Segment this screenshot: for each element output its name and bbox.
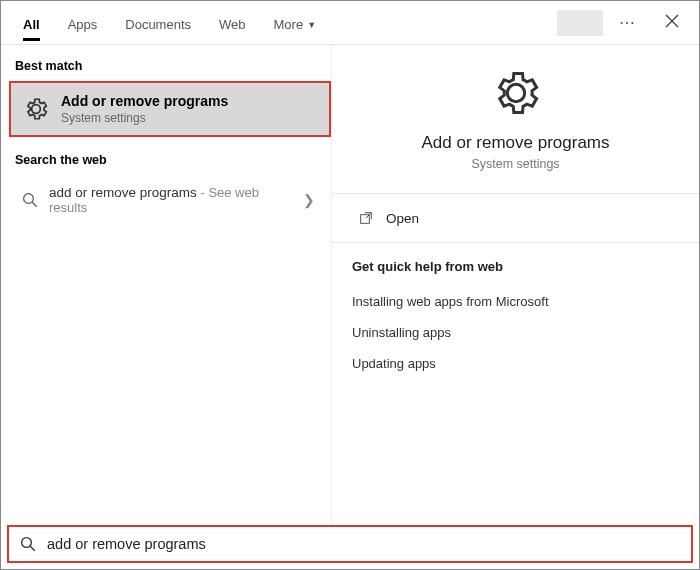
quick-help-label: Get quick help from web xyxy=(352,243,679,286)
results-pane: Best match Add or remove programs System… xyxy=(1,45,331,523)
svg-line-4 xyxy=(30,546,35,551)
search-bar[interactable] xyxy=(7,525,693,563)
best-match-label: Best match xyxy=(9,57,331,81)
open-icon xyxy=(358,210,374,226)
search-web-label: Search the web xyxy=(9,151,331,175)
gear-icon xyxy=(490,67,542,119)
tab-all[interactable]: All xyxy=(9,5,54,40)
tab-documents[interactable]: Documents xyxy=(111,5,205,40)
svg-point-0 xyxy=(24,194,34,204)
quick-link-uninstall[interactable]: Uninstalling apps xyxy=(352,317,679,348)
best-match-subtitle: System settings xyxy=(61,111,228,125)
tab-apps[interactable]: Apps xyxy=(54,5,112,40)
account-placeholder[interactable] xyxy=(557,10,603,36)
close-icon xyxy=(665,14,679,28)
svg-line-1 xyxy=(32,202,37,207)
search-icon xyxy=(19,535,37,553)
tab-more-label: More xyxy=(274,17,304,32)
gear-icon xyxy=(23,96,49,122)
quick-link-update[interactable]: Updating apps xyxy=(352,348,679,379)
quick-link-install[interactable]: Installing web apps from Microsoft xyxy=(352,286,679,317)
search-header: All Apps Documents Web More ▼ ⋯ xyxy=(1,1,699,45)
web-result-text: add or remove programs - See web results xyxy=(49,185,293,215)
web-result-item[interactable]: add or remove programs - See web results… xyxy=(9,175,331,225)
close-button[interactable] xyxy=(653,8,691,38)
search-input[interactable] xyxy=(47,536,681,552)
tab-more[interactable]: More ▼ xyxy=(260,5,331,40)
search-icon xyxy=(21,191,39,209)
detail-subtitle: System settings xyxy=(352,157,679,171)
best-match-title: Add or remove programs xyxy=(61,93,228,109)
detail-pane: Add or remove programs System settings O… xyxy=(331,45,699,523)
open-label: Open xyxy=(386,211,419,226)
more-options-button[interactable]: ⋯ xyxy=(611,7,645,38)
detail-icon-wrap xyxy=(352,67,679,119)
svg-point-3 xyxy=(22,538,32,548)
chevron-down-icon: ▼ xyxy=(307,20,316,30)
header-right: ⋯ xyxy=(557,7,691,38)
tab-web[interactable]: Web xyxy=(205,5,260,40)
detail-title: Add or remove programs xyxy=(352,133,679,153)
filter-tabs: All Apps Documents Web More ▼ xyxy=(9,5,330,40)
best-match-text: Add or remove programs System settings xyxy=(61,93,228,125)
chevron-right-icon: ❯ xyxy=(303,192,319,208)
content-area: Best match Add or remove programs System… xyxy=(1,45,699,523)
best-match-result[interactable]: Add or remove programs System settings xyxy=(9,81,331,137)
open-action[interactable]: Open xyxy=(352,194,679,242)
web-result-query: add or remove programs xyxy=(49,185,197,200)
